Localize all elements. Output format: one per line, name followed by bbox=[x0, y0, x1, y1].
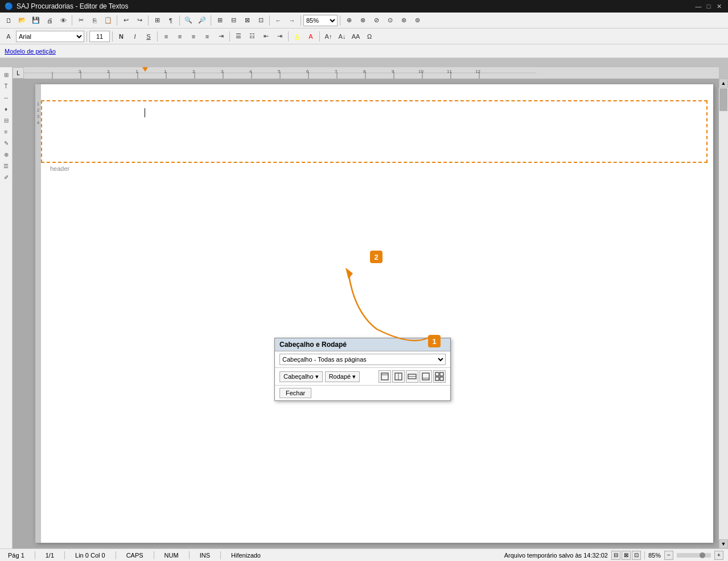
tab-button[interactable]: L bbox=[13, 67, 24, 79]
popup-icon-5[interactable] bbox=[433, 370, 446, 383]
caps-btn[interactable]: AA bbox=[349, 30, 362, 43]
indent2-btn[interactable]: ⇥ bbox=[273, 30, 286, 43]
misc3-btn[interactable]: ⊘ bbox=[370, 14, 382, 27]
bold-btn[interactable]: N bbox=[115, 30, 127, 43]
svg-text:8: 8 bbox=[363, 69, 366, 74]
align-center-btn[interactable]: ≡ bbox=[174, 30, 186, 43]
zoom-minus-btn[interactable]: − bbox=[664, 551, 673, 560]
new-btn[interactable]: 🗋 bbox=[2, 14, 15, 27]
left-sidebar: ⊞ T ↔ ♦ ⊟ ≡ ✎ ⊕ ☰ ✐ bbox=[0, 67, 13, 548]
grid4-btn[interactable]: ⊡ bbox=[254, 14, 267, 27]
italic-btn[interactable]: I bbox=[129, 30, 141, 43]
text-cursor bbox=[145, 108, 145, 117]
scroll-up-btn[interactable]: ▲ bbox=[719, 79, 728, 88]
special-btn[interactable]: Ω bbox=[363, 30, 376, 43]
cut-btn[interactable]: ✂ bbox=[75, 14, 87, 27]
style-list-btn[interactable]: A bbox=[2, 30, 15, 43]
zoom-slider[interactable] bbox=[677, 553, 711, 558]
save-btn[interactable]: 💾 bbox=[30, 14, 42, 27]
close-button[interactable]: ✕ bbox=[714, 2, 723, 11]
misc5-btn[interactable]: ⊛ bbox=[397, 14, 410, 27]
preview-btn[interactable]: 👁 bbox=[57, 14, 69, 27]
scroll-track[interactable] bbox=[719, 88, 728, 539]
align-right-btn[interactable]: ≡ bbox=[187, 30, 200, 43]
print-btn[interactable]: 🖨 bbox=[43, 14, 56, 27]
zoom-layout-btn-3[interactable]: ⊡ bbox=[632, 551, 641, 560]
popup-icon-4[interactable] bbox=[419, 370, 432, 383]
svg-text:3: 3 bbox=[221, 69, 224, 74]
highlight-btn[interactable]: A bbox=[291, 30, 303, 43]
size-down-btn[interactable]: A↓ bbox=[336, 30, 348, 43]
align-justify-btn[interactable]: ≡ bbox=[201, 30, 213, 43]
para-btn[interactable]: ¶ bbox=[164, 14, 177, 27]
open-btn[interactable]: 📂 bbox=[16, 14, 28, 27]
outdent-btn[interactable]: ⇤ bbox=[260, 30, 272, 43]
underline-btn[interactable]: S bbox=[142, 30, 155, 43]
popup-close-button[interactable]: Fechar bbox=[279, 388, 311, 398]
color-btn[interactable]: A bbox=[305, 30, 317, 43]
popup-icon-2[interactable] bbox=[392, 370, 405, 383]
sidebar-btn-6[interactable]: ≡ bbox=[1, 126, 11, 137]
cabecalho-dropdown-btn[interactable]: Cabeçalho ▾ bbox=[279, 371, 323, 382]
popup-icon-3[interactable] bbox=[406, 370, 418, 383]
maximize-button[interactable]: □ bbox=[704, 2, 713, 11]
sep1 bbox=[72, 15, 72, 26]
zoom-plus-btn[interactable]: + bbox=[714, 551, 723, 560]
popup-icon-1[interactable] bbox=[379, 370, 391, 383]
copy-btn[interactable]: ⎘ bbox=[88, 14, 101, 27]
find-btn[interactable]: 🔍 bbox=[182, 14, 195, 27]
sidebar-btn-5[interactable]: ⊟ bbox=[1, 115, 11, 125]
sidebar-btn-1[interactable]: ⊞ bbox=[1, 69, 11, 80]
header-area[interactable] bbox=[41, 100, 708, 163]
undo-btn[interactable]: ↩ bbox=[120, 14, 132, 27]
table-btn[interactable]: ⊞ bbox=[151, 14, 163, 27]
svg-text:10: 10 bbox=[418, 69, 423, 74]
sidebar-btn-3[interactable]: ↔ bbox=[1, 92, 11, 103]
minimize-button[interactable]: — bbox=[694, 2, 703, 11]
vertical-scrollbar[interactable]: ▲ ▼ bbox=[719, 79, 728, 548]
indent-btn[interactable]: ⇥ bbox=[215, 30, 227, 43]
numlist-btn[interactable]: ☷ bbox=[246, 30, 258, 43]
grid2-btn[interactable]: ⊟ bbox=[227, 14, 240, 27]
align-left-btn[interactable]: ≡ bbox=[160, 30, 172, 43]
grid1-btn[interactable]: ⊞ bbox=[213, 14, 226, 27]
sidebar-btn-7[interactable]: ✎ bbox=[1, 138, 11, 148]
fsep2 bbox=[112, 31, 113, 42]
misc4-btn[interactable]: ⊙ bbox=[384, 14, 396, 27]
status-div5 bbox=[189, 551, 190, 559]
find2-btn[interactable]: 🔎 bbox=[196, 14, 208, 27]
font-select[interactable]: Arial bbox=[16, 31, 84, 42]
style-bar: Modelo de petição bbox=[0, 44, 728, 58]
zoom-layout-btn-2[interactable]: ⊠ bbox=[622, 551, 631, 560]
style-breadcrumb-label[interactable]: Modelo de petição bbox=[5, 48, 56, 55]
zoom-layout-btn-1[interactable]: ⊟ bbox=[611, 551, 620, 560]
grid3-btn[interactable]: ⊠ bbox=[241, 14, 253, 27]
zoom-select[interactable]: 85%100%75% bbox=[303, 15, 338, 26]
misc2-btn[interactable]: ⊗ bbox=[356, 14, 369, 27]
scroll-thumb[interactable] bbox=[719, 88, 727, 111]
font-size-input[interactable] bbox=[89, 31, 110, 42]
fsep5 bbox=[288, 31, 289, 42]
scroll-down-btn[interactable]: ▼ bbox=[719, 539, 728, 548]
status-right: Arquivo temporário salvo às 14:32:02 ⊟ ⊠… bbox=[504, 551, 723, 560]
header-footer-select[interactable]: Cabeçalho - Todas as páginas Rodapé - To… bbox=[279, 354, 446, 365]
svg-text:3: 3 bbox=[79, 69, 81, 74]
arrow2-btn[interactable]: → bbox=[286, 14, 298, 27]
size-up-btn[interactable]: A↑ bbox=[322, 30, 335, 43]
svg-rect-43 bbox=[435, 372, 439, 376]
sidebar-btn-8[interactable]: ⊕ bbox=[1, 149, 11, 159]
arrow-btn[interactable]: ← bbox=[272, 14, 285, 27]
paste-btn[interactable]: 📋 bbox=[102, 14, 114, 27]
status-div3 bbox=[116, 551, 116, 559]
sidebar-btn-9[interactable]: ☰ bbox=[1, 161, 11, 171]
svg-text:9: 9 bbox=[392, 69, 394, 74]
sidebar-btn-2[interactable]: T bbox=[1, 81, 11, 91]
sidebar-btn-4[interactable]: ♦ bbox=[1, 104, 11, 114]
sidebar-btn-10[interactable]: ✐ bbox=[1, 172, 11, 182]
rodape-dropdown-btn[interactable]: Rodapé ▾ bbox=[325, 371, 360, 382]
toolbar-row-2: A Arial N I S ≡ ≡ ≡ ≡ ⇥ ☰ ☷ ⇤ ⇥ A A A↑ A… bbox=[0, 28, 728, 44]
redo-btn[interactable]: ↪ bbox=[133, 14, 146, 27]
misc6-btn[interactable]: ⊚ bbox=[411, 14, 423, 27]
list-btn[interactable]: ☰ bbox=[232, 30, 245, 43]
misc1-btn[interactable]: ⊕ bbox=[343, 14, 355, 27]
